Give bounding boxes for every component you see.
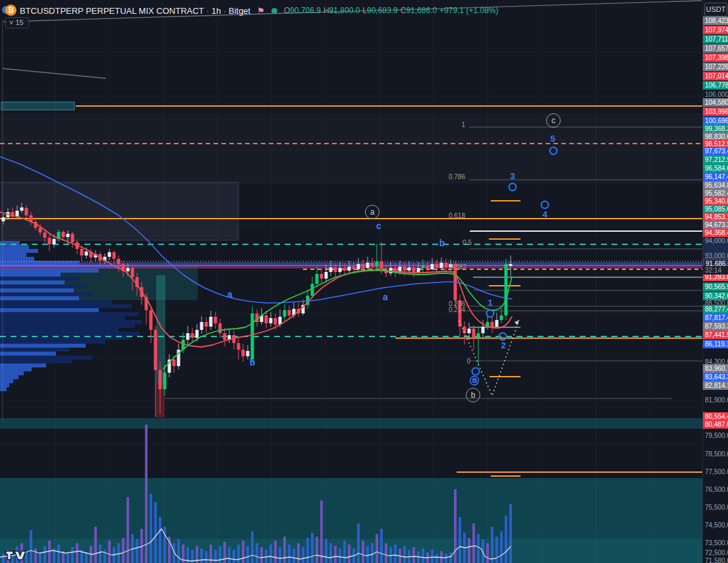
ohlc-values: O90,706.9 H91,800.0 L90,683.9 C91,686.0 … [284, 6, 499, 15]
price-label: 97,212.9 [703, 155, 728, 164]
price-label: 79,500.0 [703, 431, 728, 440]
price-label: 87,593.3 [703, 322, 728, 331]
price-label: 75,500.0 [703, 503, 728, 512]
bar-countdown: 32:14 [703, 266, 728, 275]
chart-legend: ₿ BTCUSDTPERP PERPETUAL MIX CONTRACT · 1… [4, 4, 499, 17]
market-status-icon[interactable] [271, 8, 277, 14]
price-label: 86,119.1 [703, 340, 728, 348]
trading-chart-app: { "header": { "symbol": "BTCUSDTPERP PER… [0, 0, 728, 563]
price-label: 80,487.0 [703, 420, 728, 429]
symbol-logo-icon: ₿ [4, 5, 16, 16]
tradingview-logo[interactable] [5, 549, 26, 562]
price-label: 107,657. [703, 44, 728, 53]
price-label: 83,643.3 [703, 373, 728, 381]
currency-toggle-button[interactable]: USDT [704, 3, 727, 16]
flag-icon[interactable]: ⚑ [257, 6, 265, 16]
price-label: 76,500.0 [703, 485, 728, 494]
price-label: 107,398. [703, 53, 728, 62]
price-label: 73,500.0 [703, 539, 728, 547]
indicators-collapsed-badge[interactable]: ˅ 15 [5, 17, 29, 28]
price-axis[interactable]: 108,423.107,974.107,711.107,657.107,398.… [702, 0, 728, 563]
price-label: 81,900.0 [703, 396, 728, 404]
price-label: 97,673.4 [703, 147, 728, 155]
chart-canvas[interactable] [0, 0, 702, 563]
price-label: 94,000.0 [703, 236, 728, 245]
price-label: 96,147.4 [703, 173, 728, 181]
price-label: 108,423. [703, 16, 728, 25]
price-label: 74,500.0 [703, 521, 728, 529]
price-label: 71,580.0 [703, 556, 728, 563]
price-label: 106,778. [703, 81, 728, 90]
price-label: 107,974. [703, 26, 728, 34]
price-label: 103,996. [703, 107, 728, 116]
price-label: 77,500.0 [703, 468, 728, 476]
symbol-title[interactable]: BTCUSDTPERP PERPETUAL MIX CONTRACT · 1h … [20, 6, 250, 16]
price-label: 104,580. [703, 98, 728, 107]
price-label: 96,584.6 [703, 164, 728, 173]
price-label: 107,711. [703, 35, 728, 43]
change-value: +979.1 (+1.08%) [439, 6, 498, 15]
price-label: 88,277.4 [703, 305, 728, 313]
price-label: 78,500.0 [703, 450, 728, 458]
price-label: 83,960.7 [703, 364, 728, 373]
price-label: 82,814.1 [703, 381, 728, 390]
price-label: 107,014. [703, 72, 728, 80]
price-label: 107,226. [703, 63, 728, 71]
price-label: 87,441.5 [703, 331, 728, 339]
price-label: 87,817.4 [703, 313, 728, 322]
price-label: 90,565.9 [703, 282, 728, 291]
